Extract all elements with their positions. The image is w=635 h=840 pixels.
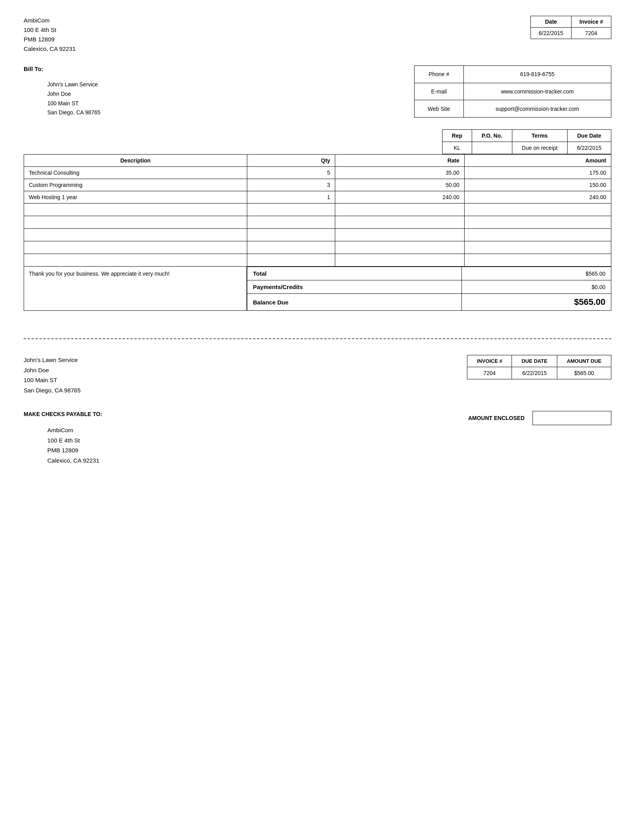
company-address1: 100 E 4th St [24,25,76,35]
table-row: Technical Consulting 5 35.00 175.00 [24,167,611,179]
bill-to-company: John's Lawn Service [47,80,414,90]
phone-label: Phone # [415,66,464,83]
terms-value: Due on receipt [512,142,567,154]
bill-to-address: John's Lawn Service John Doe 100 Main ST… [47,80,414,118]
make-checks-label: MAKE CHECKS PAYABLE TO: [24,411,102,417]
desc-header: Description [24,155,247,167]
terms-label: Terms [512,130,567,142]
email-label: E-mail [415,83,464,100]
company-address3: Calexico, CA 92231 [24,44,76,54]
payments-row: Payments/Credits $0.00 [247,280,611,294]
remit-address1: 100 Main ST [24,375,80,385]
row-desc: Web Hosting 1 year [24,191,247,203]
remit-company: John's Lawn Service [24,355,80,365]
rep-value: KL [442,142,472,154]
due-date-label: Due Date [567,130,611,142]
table-row-empty [24,216,611,229]
remittance-section: John's Lawn Service John Doe 100 Main ST… [24,351,611,465]
balance-value: $565.00 [461,294,611,311]
remit-due-date-label: DUE DATE [512,355,557,367]
po-label: P.O. No. [472,130,512,142]
row-amount: 240.00 [464,191,611,203]
row-amount: 175.00 [464,167,611,179]
contact-table: Phone # 619-819-6755 E-mail www.commissi… [414,65,611,118]
remit-due-date-value: 6/22/2015 [512,367,557,379]
bill-to-contact: John Doe [47,90,414,99]
table-row: Custom Programming 3 50.00 150.00 [24,179,611,191]
remit-address: John's Lawn Service John Doe 100 Main ST… [24,355,80,395]
amount-header: Amount [464,155,611,167]
remit-contact: John Doe [24,365,80,375]
amount-enclosed-box[interactable] [532,411,611,425]
remit-invoice-num-label: INVOICE # [467,355,512,367]
dashed-separator [24,338,611,339]
invoice-num-value: 7204 [572,28,611,39]
website-value: support@commission-tracker.com [463,100,611,118]
remit-invoice-num-value: 7204 [467,367,512,379]
phone-value: 619-819-6755 [463,66,611,83]
rate-header: Rate [335,155,465,167]
date-label: Date [530,16,571,28]
payable-address3: Calexico, CA 92231 [47,455,102,466]
row-desc: Custom Programming [24,179,247,191]
bill-to-address2: San Diego, CA 98765 [47,108,414,118]
due-date-value: 6/22/2015 [567,142,611,154]
company-info: AmbiCom 100 E 4th St PMB 12809 Calexico,… [24,16,76,54]
table-row-empty [24,229,611,241]
payable-company: AmbiCom [47,425,102,435]
company-name: AmbiCom [24,16,76,25]
remit-invoice-table: INVOICE # DUE DATE AMOUNT DUE 7204 6/22/… [467,355,611,379]
qty-header: Qty [247,155,335,167]
amount-enclosed-label: AMOUNT ENCLOSED [468,415,525,421]
balance-label: Balance Due [247,294,462,311]
website-label: Web Site [415,100,464,118]
table-row-empty [24,203,611,216]
remit-amount-due-label: AMOUNT DUE [557,355,611,367]
bill-to-block: Bill To: John's Lawn Service John Doe 10… [24,65,414,118]
total-row: Total $565.00 [247,267,611,280]
remit-amount-due-value: $565.00 [557,367,611,379]
date-value: 6/22/2015 [530,28,571,39]
amount-enclosed-row: AMOUNT ENCLOSED [468,411,611,425]
company-address2: PMB 12809 [24,35,76,44]
date-invoice-table: Date Invoice # 6/22/2015 7204 [530,16,611,39]
totals-block: Total $565.00 Payments/Credits $0.00 Bal… [247,267,611,311]
make-checks-block: MAKE CHECKS PAYABLE TO: AmbiCom 100 E 4t… [24,411,102,465]
payable-address2: PMB 12809 [47,445,102,455]
payments-value: $0.00 [461,280,611,294]
bill-to-label: Bill To: [24,65,414,72]
invoice-num-label: Invoice # [572,16,611,28]
notes-cell: Thank you for your business. We apprecia… [24,267,247,311]
row-amount: 150.00 [464,179,611,191]
invoice-main-table: Description Qty Rate Amount Technical Co… [24,154,611,267]
balance-row: Balance Due $565.00 [247,294,611,311]
row-qty: 1 [247,191,335,203]
notes-text: Thank you for your business. We apprecia… [29,271,170,277]
notes-totals-section: Thank you for your business. We apprecia… [24,267,611,311]
bill-to-address1: 100 Main ST [47,99,414,108]
rep-terms-table: Rep P.O. No. Terms Due Date KL Due on re… [442,129,611,154]
row-rate: 240.00 [335,191,465,203]
po-value [472,142,512,154]
remit-address2: San Diego, CA 98765 [24,385,80,396]
payments-label: Payments/Credits [247,280,462,294]
row-qty: 3 [247,179,335,191]
row-rate: 35.00 [335,167,465,179]
payable-company-info: AmbiCom 100 E 4th St PMB 12809 Calexico,… [47,425,102,465]
table-row: Web Hosting 1 year 1 240.00 240.00 [24,191,611,203]
row-rate: 50.00 [335,179,465,191]
table-row-empty [24,254,611,267]
bottom-section: MAKE CHECKS PAYABLE TO: AmbiCom 100 E 4t… [24,411,611,465]
row-qty: 5 [247,167,335,179]
email-value: www.commission-tracker.com [463,83,611,100]
totals-table: Total $565.00 Payments/Credits $0.00 Bal… [247,267,611,311]
row-desc: Technical Consulting [24,167,247,179]
total-label: Total [247,267,462,280]
remittance-top: John's Lawn Service John Doe 100 Main ST… [24,355,611,395]
rep-label: Rep [442,130,472,142]
table-row-empty [24,241,611,254]
total-value: $565.00 [461,267,611,280]
payable-address1: 100 E 4th St [47,435,102,446]
